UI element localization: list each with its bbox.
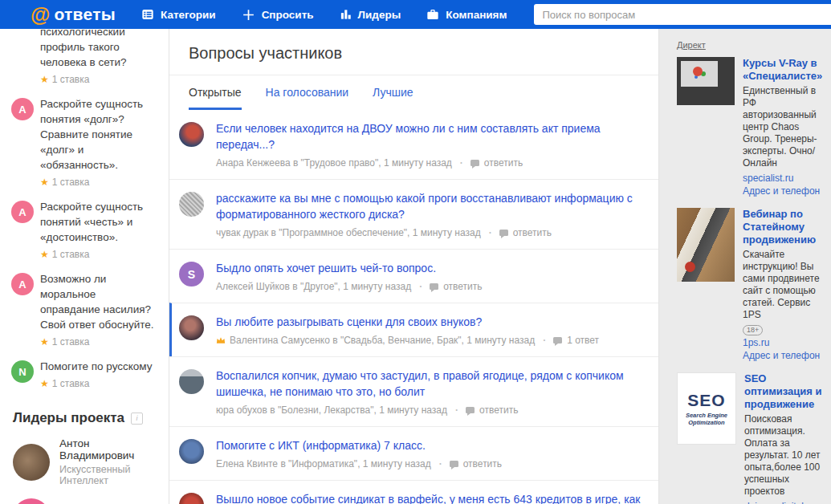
reply-label: ответить — [443, 281, 482, 292]
ad-description: Скачайте инструкцию! Вы сами продвинете … — [743, 249, 831, 321]
avatar[interactable] — [179, 369, 204, 394]
question-author-category: чувак дурак в "Программное обеспечение",… — [216, 227, 481, 238]
stake-label: 1 ставка — [52, 249, 90, 260]
ad-title-link[interactable]: Курсы V-Ray в «Специалисте» — [743, 57, 831, 83]
question-meta: Елена Квинте в "Информатика", 1 минуту н… — [216, 458, 502, 469]
ad-title-link[interactable]: Вебинар по Статейному продвижению — [743, 208, 831, 246]
reply-label: ответить — [513, 227, 552, 238]
question-meta: Валентина Самусенко в "Свадьба, Венчание… — [216, 335, 599, 346]
ad-item: Курсы V-Ray в «Специалисте» Единственный… — [677, 57, 831, 197]
question-title-link[interactable]: Вышло новое событие синдикат в варфейс, … — [216, 491, 642, 504]
reply-action[interactable]: ответить — [481, 227, 552, 238]
mailru-at-icon: @ — [31, 5, 50, 25]
ad-description: Поисковая оптимизация. Оплата за результ… — [744, 413, 831, 498]
teaser-question-link[interactable]: Раскройте сущность понятий «честь» и «до… — [40, 199, 157, 245]
reply-action[interactable]: ответить — [411, 281, 482, 292]
search-input[interactable] — [534, 4, 831, 25]
answers-link[interactable]: 1 ответ — [535, 335, 599, 346]
question-meta: Анара Кенжеева в "Трудовое право", 1 мин… — [216, 157, 642, 169]
nav-label: Категории — [161, 9, 216, 21]
leader-item: Антон Владимирович Искусственный Интелле… — [0, 437, 169, 486]
teaser-question: N Помогите по русскому 1 ставка — [0, 359, 169, 389]
nav-companies[interactable]: Компаниям — [426, 8, 507, 21]
avatar[interactable] — [179, 192, 204, 217]
leader-item: M Кислый Высший разум — [0, 498, 169, 504]
ad-contact-link[interactable]: Адрес и телефон — [743, 349, 831, 362]
question-row: S Быдло опять хочет решить чей-то вопрос… — [169, 249, 658, 303]
question-title-link[interactable]: расскажите ка вы мне с помощью какой про… — [216, 190, 642, 222]
star-icon — [40, 177, 52, 188]
avatar[interactable]: M — [13, 498, 50, 504]
question-author-category: Анара Кенжеева в "Трудовое право", 1 мин… — [216, 157, 452, 169]
teaser-question-link[interactable]: Помогите по русскому — [40, 359, 157, 374]
left-sidebar: психологический профиль такого человека … — [0, 29, 169, 504]
main-nav: Категории Спросить Лидеры Компаниям — [141, 8, 532, 22]
nav-categories[interactable]: Категории — [141, 8, 216, 21]
stake-row: 1 ставка — [40, 336, 157, 348]
ads-column: Директ Курсы V-Ray в «Специалисте» Единс… — [677, 37, 831, 504]
stake-row: 1 ставка — [40, 249, 157, 260]
question-title-link[interactable]: Воспалился копчик, думаю что застудил, в… — [216, 368, 642, 400]
stake-label: 1 ставка — [52, 336, 90, 348]
stake-row: 1 ставка — [40, 378, 157, 389]
tab-voting[interactable]: На голосовании — [266, 86, 349, 110]
answers-count: 1 ответ — [567, 335, 599, 346]
ad-title-link[interactable]: SEO оптимизация и продвижение — [744, 372, 831, 411]
stake-label: 1 ставка — [52, 74, 90, 85]
leaders-header: Лидеры проекта — [13, 410, 157, 426]
question-row: Помогите с ИКТ (информатика) 7 класс. Ел… — [169, 426, 658, 480]
reply-bubble-icon — [466, 407, 475, 413]
reply-label: ответить — [484, 157, 523, 169]
avatar[interactable]: A — [11, 98, 34, 120]
teaser-question-link[interactable]: Возможно ли моральное оправдание насилия… — [40, 271, 157, 332]
reply-action[interactable]: ответить — [452, 157, 523, 169]
avatar[interactable] — [179, 315, 204, 340]
avatar[interactable] — [179, 122, 204, 147]
question-row-highlighted: Вы любите разыгрывать сценки для своих в… — [169, 303, 658, 356]
avatar[interactable] — [179, 493, 204, 504]
reply-action[interactable]: ответить — [431, 458, 502, 469]
tab-best[interactable]: Лучшие — [373, 86, 413, 110]
nav-ask[interactable]: Спросить — [242, 8, 314, 22]
stake-label: 1 ставка — [52, 378, 90, 389]
info-icon[interactable] — [131, 413, 143, 425]
ad-thumbnail[interactable]: SEO Search Engine Optimization — [677, 372, 736, 445]
teaser-question-link[interactable]: психологический профиль такого человека … — [40, 29, 157, 70]
briefcase-icon — [426, 8, 439, 21]
direct-label[interactable]: Директ — [677, 40, 706, 50]
avatar[interactable] — [179, 439, 204, 464]
ad-thumbnail[interactable] — [677, 57, 735, 105]
question-meta: юра обухов в "Болезни, Лекарства", 1 мин… — [216, 404, 642, 416]
question-title-link[interactable]: Помогите с ИКТ (информатика) 7 класс. — [216, 437, 502, 453]
avatar[interactable] — [13, 444, 50, 481]
leader-name[interactable]: Антон Владимирович — [59, 437, 159, 461]
question-author-category: Валентина Самусенко в "Свадьба, Венчание… — [230, 335, 535, 346]
question-title-link[interactable]: Вы любите разыгрывать сценки для своих в… — [216, 314, 599, 330]
page: @ ответы Категории Спросить Лидеры Компа… — [0, 0, 831, 504]
ad-description: Единственный в РФ авторизованный центр C… — [743, 85, 831, 169]
question-title-link[interactable]: Если человек находится на ДВОУ можно ли … — [216, 120, 642, 152]
tab-open[interactable]: Открытые — [189, 86, 242, 110]
ad-domain-link[interactable]: daimax-digital.ru — [744, 500, 831, 504]
reply-action[interactable]: ответить — [447, 404, 518, 416]
ad-contact-link[interactable]: Адрес и телефон — [743, 185, 831, 197]
plus-icon — [242, 8, 255, 22]
question-title-link[interactable]: Быдло опять хочет решить чей-то вопрос. — [216, 260, 483, 276]
logo[interactable]: @ ответы — [31, 5, 116, 25]
avatar[interactable]: S — [179, 262, 204, 287]
teaser-question-link[interactable]: Раскройте сущность понятия «долг»? Сравн… — [40, 96, 157, 173]
avatar[interactable]: N — [11, 360, 34, 383]
ad-domain-link[interactable]: 1ps.ru — [743, 336, 831, 349]
avatar[interactable]: A — [11, 273, 34, 295]
star-icon — [40, 249, 52, 260]
nav-label: Спросить — [262, 9, 314, 21]
page-title: Вопросы участников — [169, 29, 658, 75]
tabs-bar: Открытые На голосовании Лучшие — [169, 75, 658, 110]
nav-label: Компаниям — [446, 9, 507, 21]
nav-leaders[interactable]: Лидеры — [340, 8, 401, 21]
ad-thumbnail[interactable] — [677, 208, 735, 282]
ad-domain-link[interactable]: specialist.ru — [743, 172, 831, 185]
avatar[interactable]: A — [11, 201, 34, 223]
question-meta: Алексей Шуйков в "Другое", 1 минуту наза… — [216, 281, 483, 292]
star-icon — [40, 378, 52, 389]
